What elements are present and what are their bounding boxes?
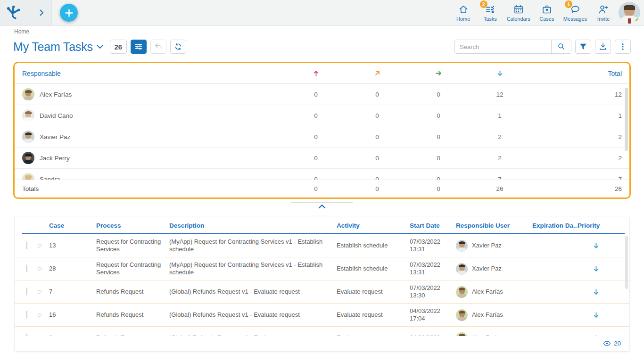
count-up: 0 xyxy=(285,91,347,98)
task-row[interactable]: 28 Request for Contracting Services (MyA… xyxy=(15,257,629,280)
start-date: 04/03/2022 xyxy=(410,307,449,315)
tasks-table-card: Case Process Description Activity Start … xyxy=(14,216,630,352)
nav-item-tasks[interactable]: 2 Tasks xyxy=(480,3,501,22)
chevron-right-icon[interactable] xyxy=(40,9,44,16)
breadcrumb-home[interactable]: Home xyxy=(14,28,29,35)
search-button[interactable] xyxy=(551,40,571,53)
summary-scrollbar[interactable] xyxy=(625,88,628,151)
start-date: 07/03/2022 xyxy=(410,261,449,269)
task-description: (Global) Refunds Request v1 - Evaluate r… xyxy=(169,311,337,319)
processmaker-logo-icon[interactable] xyxy=(6,5,22,21)
nav-item-invite[interactable]: Invite xyxy=(593,3,614,22)
nav-item-calendars[interactable]: Calendars xyxy=(507,3,530,22)
page-title-text: My Team Tasks xyxy=(13,40,93,54)
summary-row[interactable]: David Cano 0 0 0 1 1 xyxy=(15,105,629,126)
download-icon xyxy=(598,42,608,51)
column-priority-right[interactable] xyxy=(408,70,469,77)
search-input[interactable] xyxy=(455,40,551,53)
column-process[interactable]: Process xyxy=(96,222,169,229)
plus-icon xyxy=(65,8,74,17)
handle-line xyxy=(291,202,353,203)
process-name: Refunds Request xyxy=(96,288,169,296)
start-time: 13:30 xyxy=(410,292,449,299)
responsible-name: Alex Farías xyxy=(472,311,503,319)
column-priority-down[interactable] xyxy=(469,70,530,77)
visible-rows-count[interactable]: 20 xyxy=(614,340,621,347)
case-number: 16 xyxy=(49,311,96,319)
comment-icon[interactable] xyxy=(37,288,42,296)
priority-low-icon xyxy=(593,312,600,319)
task-row-partial[interactable]: 9 Refunds Request (Global) Refunds Reque… xyxy=(15,327,629,336)
column-case[interactable]: Case xyxy=(49,222,96,229)
row-total: 7 xyxy=(530,176,629,180)
summary-row-partial[interactable]: Sandra 0 0 0 7 7 xyxy=(15,169,629,180)
responsable-name: Jack Perry xyxy=(40,155,70,162)
count-right: 0 xyxy=(408,112,469,119)
column-description[interactable]: Description xyxy=(169,222,337,229)
collapse-panel-handle[interactable] xyxy=(0,202,644,209)
home-icon xyxy=(458,4,469,15)
summary-row[interactable]: Alex Farías 0 0 0 12 12 xyxy=(15,84,629,105)
nav-item-cases[interactable]: Cases xyxy=(537,3,557,22)
summary-row[interactable]: Jack Perry 0 0 0 2 2 xyxy=(15,148,629,169)
count-up-right: 0 xyxy=(347,133,408,140)
column-activity[interactable]: Activity xyxy=(337,222,410,229)
avatar xyxy=(22,109,34,122)
row-checkbox[interactable] xyxy=(26,288,27,296)
refresh-icon xyxy=(173,42,183,51)
arrow-down-icon xyxy=(496,70,504,77)
list-settings-button[interactable] xyxy=(131,40,147,54)
new-request-button[interactable] xyxy=(60,4,78,22)
undo-button[interactable] xyxy=(150,40,166,54)
responsible-name: Xavier Paz xyxy=(472,265,502,272)
count-down: 7 xyxy=(469,176,530,180)
comment-icon[interactable] xyxy=(37,264,42,273)
task-row[interactable]: 13 Request for Contracting Services (MyA… xyxy=(15,234,629,257)
nav-label-calendars: Calendars xyxy=(507,16,530,22)
task-count-badge: 26 xyxy=(110,40,127,54)
case-number: 28 xyxy=(49,265,96,272)
summary-row[interactable]: Xavier Paz 0 0 0 2 2 xyxy=(15,126,629,148)
column-total[interactable]: Total xyxy=(530,70,629,77)
count-up-right: 0 xyxy=(347,112,408,119)
messages-badge: 1 xyxy=(565,0,572,8)
task-row[interactable]: 7 Refunds Request (Global) Refunds Reque… xyxy=(15,280,629,304)
priority-low-icon xyxy=(593,288,600,296)
avatar-hair xyxy=(624,5,635,10)
title-dropdown-chevron-icon[interactable] xyxy=(97,45,103,49)
row-checkbox[interactable] xyxy=(26,241,27,249)
nav-item-messages[interactable]: 1 Messages xyxy=(563,3,587,22)
page-title: My Team Tasks xyxy=(13,40,103,54)
row-checkbox[interactable] xyxy=(26,311,27,319)
more-options-button[interactable] xyxy=(615,40,631,54)
user-avatar[interactable] xyxy=(619,2,640,24)
eye-icon[interactable] xyxy=(603,339,611,347)
row-total: 12 xyxy=(530,91,629,98)
column-priority-up-right[interactable] xyxy=(347,70,408,77)
tasks-scrollbar[interactable] xyxy=(625,236,628,289)
column-responsible-user[interactable]: Responsible User xyxy=(456,222,532,229)
count-down: 2 xyxy=(469,133,530,140)
comment-icon[interactable] xyxy=(37,311,42,319)
column-responsable[interactable]: Responsable xyxy=(15,70,285,77)
download-button[interactable] xyxy=(595,40,611,54)
tasks-rows: 13 Request for Contracting Services (MyA… xyxy=(15,234,629,336)
column-expiration-date[interactable]: Expiration Da... xyxy=(532,222,578,229)
column-priority-up[interactable] xyxy=(285,70,347,77)
advanced-filter-button[interactable] xyxy=(575,40,591,54)
activity-name: Establish schedule xyxy=(337,242,410,249)
nav-item-home[interactable]: Home xyxy=(453,3,474,22)
comment-icon[interactable] xyxy=(37,241,42,250)
row-checkbox[interactable] xyxy=(26,264,27,272)
priority-low-icon xyxy=(593,265,600,272)
funnel-icon xyxy=(578,42,588,51)
arrow-up-right-icon xyxy=(374,70,381,77)
arrow-right-icon xyxy=(435,70,442,77)
column-start-date[interactable]: Start Date xyxy=(410,222,456,229)
app-screen: Home 2 Tasks Calendars Cases xyxy=(0,0,644,362)
count-right: 0 xyxy=(408,155,469,162)
column-priority[interactable]: Priority xyxy=(578,222,629,229)
task-row[interactable]: 16 Refunds Request (Global) Refunds Requ… xyxy=(15,304,629,327)
refresh-button[interactable] xyxy=(170,40,186,54)
start-time: 13:31 xyxy=(410,269,449,276)
